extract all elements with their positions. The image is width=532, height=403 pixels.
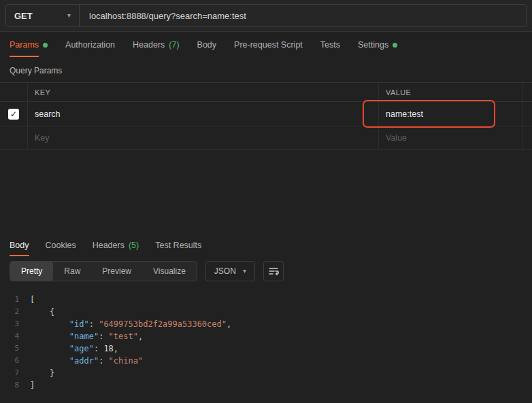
tab-authorization[interactable]: Authorization — [65, 32, 115, 58]
code-line: 1[ — [0, 294, 532, 306]
tab-tests[interactable]: Tests — [320, 32, 340, 58]
tab-label: Tests — [320, 40, 340, 50]
empty-end-cell — [522, 126, 532, 149]
panel-spacer — [0, 150, 532, 234]
tab-label: Body — [197, 40, 217, 50]
param-value-field[interactable]: name:test — [378, 102, 522, 126]
view-raw-button[interactable]: Raw — [53, 262, 91, 281]
line-number: 1 — [0, 294, 29, 306]
line-number: 8 — [0, 379, 29, 391]
view-preview-button[interactable]: Preview — [91, 262, 142, 281]
method-selector[interactable]: GET ▾ — [6, 5, 80, 27]
status-dot-icon — [393, 43, 397, 48]
response-body-code: 1[2 {3 "id": "6499753bd2f2a99a53360ced",… — [0, 285, 532, 391]
params-table-header: KEY VALUE — [0, 83, 532, 102]
code-text: "addr": "china" — [29, 355, 143, 367]
url-container: GET ▾ localhost:8888/query?search=name:t… — [5, 4, 527, 27]
view-visualize-button[interactable]: Visualize — [142, 262, 197, 281]
param-checkbox[interactable]: ✓ — [8, 109, 19, 120]
format-label: JSON — [214, 266, 236, 276]
line-number: 6 — [0, 355, 29, 367]
param-row-empty: Key Value — [0, 126, 532, 150]
param-row: ✓ search name:test — [0, 102, 532, 126]
view-mode-group: PrettyRawPreviewVisualize — [10, 261, 197, 281]
format-selector[interactable]: JSON ▾ — [205, 261, 255, 281]
param-value-placeholder[interactable]: Value — [378, 126, 522, 149]
response-tab-test-results[interactable]: Test Results — [155, 234, 201, 257]
tab-label: Test Results — [155, 241, 201, 250]
view-pretty-button[interactable]: Pretty — [10, 262, 53, 281]
line-number: 7 — [0, 367, 29, 379]
request-tabs: ParamsAuthorizationHeaders(7)BodyPre-req… — [0, 32, 532, 58]
tab-count-badge: (5) — [129, 241, 139, 250]
status-dot-icon — [43, 43, 48, 48]
tab-label: Headers — [93, 241, 124, 250]
code-line: 3 "id": "6499753bd2f2a99a53360ced", — [0, 318, 532, 330]
tab-label: Cookies — [46, 241, 76, 250]
tab-label: Headers — [133, 40, 165, 50]
param-end-cell — [522, 102, 532, 126]
tab-count-badge: (7) — [169, 40, 179, 50]
header-end-cell — [522, 83, 532, 101]
response-toolbar: PrettyRawPreviewVisualize JSON ▾ — [0, 257, 532, 285]
wrap-text-icon — [268, 266, 279, 277]
code-text: { — [29, 306, 54, 318]
method-label: GET — [14, 11, 33, 21]
response-tab-body[interactable]: Body — [10, 234, 29, 257]
tab-body[interactable]: Body — [197, 32, 217, 58]
code-line: 6 "addr": "china" — [0, 355, 532, 367]
wrap-text-button[interactable] — [263, 261, 284, 281]
code-line: 2 { — [0, 306, 532, 318]
url-bar: GET ▾ localhost:8888/query?search=name:t… — [0, 0, 532, 32]
tab-headers[interactable]: Headers(7) — [133, 32, 180, 58]
tab-label: Pre-request Script — [234, 40, 303, 50]
tab-params[interactable]: Params — [10, 32, 48, 58]
param-key-field[interactable]: search — [27, 102, 378, 126]
chevron-down-icon: ▾ — [243, 268, 246, 275]
line-number: 4 — [0, 330, 29, 343]
response-tab-headers[interactable]: Headers(5) — [93, 234, 139, 257]
param-checkbox-cell: ✓ — [0, 102, 27, 126]
empty-checkbox-cell — [0, 126, 27, 149]
checkmark-icon: ✓ — [10, 109, 17, 120]
code-text: ] — [29, 379, 35, 391]
column-header-key: KEY — [27, 83, 378, 101]
code-text: } — [29, 367, 54, 379]
query-params-title: Query Params — [0, 58, 532, 82]
header-checkbox-cell — [0, 83, 27, 101]
tab-label: Body — [10, 241, 29, 250]
code-line: 7 } — [0, 367, 532, 379]
code-line: 8] — [0, 379, 532, 391]
code-text: "id": "6499753bd2f2a99a53360ced", — [29, 318, 231, 330]
url-input[interactable]: localhost:8888/query?search=name:test — [80, 5, 526, 27]
tab-pre-request-script[interactable]: Pre-request Script — [234, 32, 303, 58]
line-number: 5 — [0, 343, 29, 355]
tab-label: Settings — [358, 40, 388, 50]
param-key-placeholder[interactable]: Key — [27, 126, 378, 149]
response-tabs: BodyCookiesHeaders(5)Test Results — [0, 234, 532, 257]
line-number: 2 — [0, 306, 29, 318]
code-text: [ — [29, 294, 35, 306]
tab-label: Params — [10, 40, 39, 50]
code-line: 5 "age": 18, — [0, 343, 532, 355]
code-text: "age": 18, — [29, 343, 118, 355]
code-line: 4 "name": "test", — [0, 330, 532, 343]
response-tab-cookies[interactable]: Cookies — [46, 234, 76, 257]
line-number: 3 — [0, 318, 29, 330]
code-text: "name": "test", — [29, 330, 143, 343]
chevron-down-icon: ▾ — [67, 12, 71, 19]
params-table: KEY VALUE ✓ search name:test Key Value — [0, 82, 532, 150]
tab-settings[interactable]: Settings — [358, 32, 397, 58]
column-header-value: VALUE — [378, 83, 522, 101]
tab-label: Authorization — [65, 40, 115, 50]
